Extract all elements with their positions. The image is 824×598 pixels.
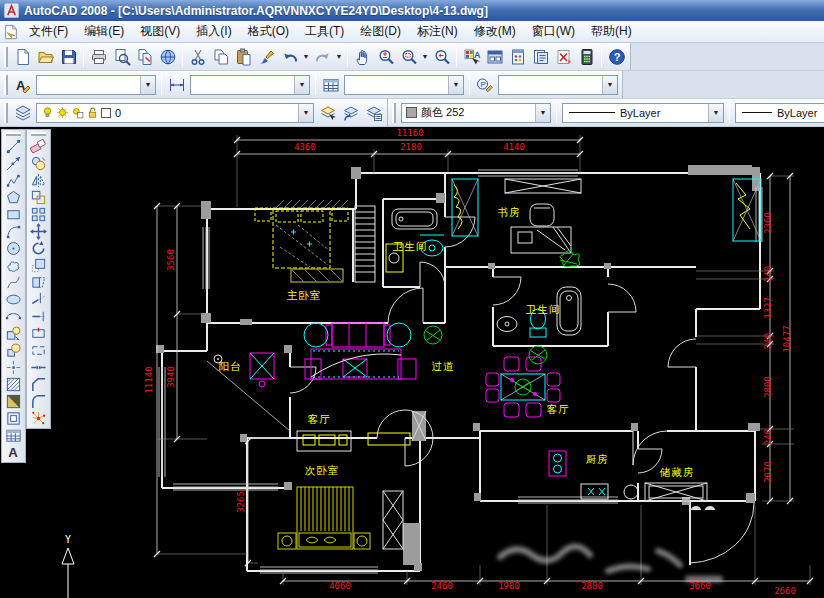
redo-dropdown[interactable]: ▼ [334,45,344,68]
markup-set-manager-button[interactable] [552,45,575,68]
toolbar-grip[interactable] [392,103,396,123]
toolbar-grip[interactable] [31,132,46,136]
circle-button[interactable] [3,240,25,257]
layer-previous-button[interactable] [339,101,362,124]
copy-button[interactable] [209,45,232,68]
linetype-combo-dropdown[interactable]: ▼ [708,104,723,122]
text-style-combo-dropdown[interactable]: ▼ [140,76,155,94]
title-bar[interactable]: AutoCAD 2008 - [C:\Users\Administrator.A… [0,0,824,21]
layer-combo-dropdown[interactable]: ▼ [298,104,313,122]
menu-8[interactable]: 修改(M) [466,21,524,42]
copy-object-button[interactable] [28,155,50,172]
lineweight-combo[interactable]: ByLayer [735,103,824,123]
menu-7[interactable]: 标注(N) [409,21,466,42]
menu-5[interactable]: 工具(T) [297,21,352,42]
design-center-button[interactable] [483,45,506,68]
menu-2[interactable]: 视图(V) [132,21,188,42]
sheet-set-manager-button[interactable] [529,45,552,68]
toolbar-grip[interactable] [4,47,8,67]
explode-button[interactable] [28,410,50,427]
dimension-style-button[interactable] [165,73,188,96]
viewport-sun-icon[interactable] [71,105,84,120]
color-combo[interactable]: 颜色 252 ▼ [401,103,551,123]
rectangle-button[interactable] [3,206,25,223]
revision-cloud-button[interactable] [3,257,25,274]
menu-10[interactable]: 帮助(H) [583,21,640,42]
make-object-layer-current-button[interactable] [316,101,339,124]
arc-button[interactable] [3,223,25,240]
undo-dropdown[interactable]: ▼ [301,45,311,68]
erase-button[interactable] [28,138,50,155]
menu-1[interactable]: 编辑(E) [76,21,132,42]
menu-9[interactable]: 窗口(W) [524,21,583,42]
offset-button[interactable] [28,189,50,206]
fillet-button[interactable] [28,393,50,410]
multileader-style-button[interactable]: P [473,73,496,96]
zoom-window-button[interactable] [397,45,420,68]
help-button[interactable]: ? [605,45,628,68]
extend-button[interactable] [28,308,50,325]
scale-button[interactable] [28,257,50,274]
table-style-combo[interactable]: ▼ [344,75,464,95]
ellipse-button[interactable] [3,291,25,308]
trim-button[interactable] [28,291,50,308]
zoom-window-dropdown[interactable]: ▼ [420,45,430,68]
linetype-combo[interactable]: ByLayer ▼ [562,103,724,123]
layer-properties-manager-button[interactable] [11,101,34,124]
match-properties-button[interactable] [255,45,278,68]
text-style-combo[interactable]: ▼ [36,75,156,95]
table-style-button[interactable] [319,73,342,96]
dimension-style-combo-dropdown[interactable]: ▼ [294,76,309,94]
mirror-button[interactable] [28,172,50,189]
layer-states-manager-button[interactable] [362,101,385,124]
menu-4[interactable]: 格式(O) [240,21,297,42]
construction-line-button[interactable] [3,155,25,172]
make-block-button[interactable] [3,342,25,359]
gradient-button[interactable] [3,393,25,410]
spline-button[interactable] [3,274,25,291]
hatch-button[interactable] [3,376,25,393]
point-button[interactable] [3,359,25,376]
ellipse-arc-button[interactable] [3,308,25,325]
plot-button[interactable] [87,45,110,68]
menu-0[interactable]: 文件(F) [21,21,76,42]
tool-palettes-button[interactable] [506,45,529,68]
toolbar-grip[interactable] [4,103,8,123]
preview-button[interactable] [110,45,133,68]
layer-combo[interactable]: 0 ▼ [36,103,314,123]
paste-button[interactable] [232,45,255,68]
array-button[interactable] [28,206,50,223]
new-button[interactable] [11,45,34,68]
multiline-text-button[interactable]: A [3,444,25,461]
menu-6[interactable]: 绘图(D) [352,21,409,42]
multileader-style-combo-dropdown[interactable]: ▼ [602,76,617,94]
rotate-button[interactable] [28,240,50,257]
zoom-realtime-button[interactable] [374,45,397,68]
dimension-style-combo[interactable]: ▼ [190,75,310,95]
bulb-on-icon[interactable] [41,105,54,120]
stretch-button[interactable] [28,274,50,291]
text-style-button[interactable]: A [11,73,34,96]
polyline-button[interactable] [3,172,25,189]
undo-button[interactable] [278,45,301,68]
sun-icon[interactable] [56,105,69,120]
table-style-combo-dropdown[interactable]: ▼ [448,76,463,94]
quick-calc-button[interactable] [575,45,598,68]
open-button[interactable] [34,45,57,68]
chamfer-button[interactable] [28,376,50,393]
zoom-previous-button[interactable] [430,45,453,68]
unlock-icon[interactable] [86,105,99,120]
web-button[interactable] [156,45,179,68]
multileader-style-combo[interactable]: ▼ [498,75,618,95]
move-button[interactable] [28,223,50,240]
table-button[interactable] [3,427,25,444]
break-button[interactable] [28,342,50,359]
pan-button[interactable] [351,45,374,68]
toolbar-grip[interactable] [4,75,8,95]
color-combo-dropdown[interactable]: ▼ [535,104,550,122]
join-button[interactable] [28,359,50,376]
toolbar-grip[interactable] [6,132,21,136]
properties-button[interactable]: A [460,45,483,68]
menu-3[interactable]: 插入(I) [188,21,239,42]
cut-button[interactable] [186,45,209,68]
